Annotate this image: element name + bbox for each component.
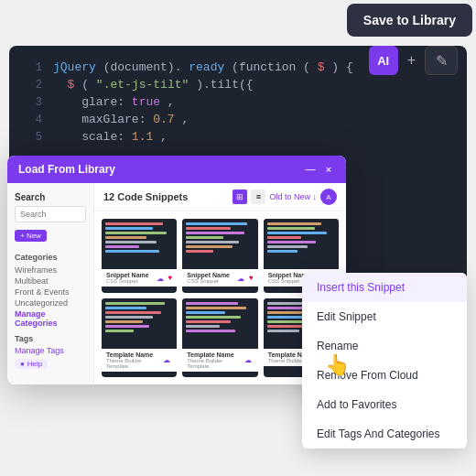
ai-button[interactable]: AI bbox=[369, 46, 398, 75]
new-snippet-button[interactable]: + New bbox=[15, 230, 47, 242]
snippet-name-4: Template Name bbox=[106, 352, 163, 358]
snippet-preview-2 bbox=[182, 219, 257, 269]
help-label: Help bbox=[27, 360, 42, 368]
ai-label: AI bbox=[377, 54, 389, 68]
tags-label: Tags bbox=[15, 334, 86, 343]
snippet-type-2: CSS Snippet bbox=[187, 278, 230, 284]
modal-close-icon[interactable]: × bbox=[322, 163, 335, 176]
heart-icon-1: ♥ bbox=[168, 274, 173, 282]
modal-minimize-icon[interactable]: — bbox=[304, 163, 317, 176]
snippet-type-1: CSS Snippet bbox=[106, 278, 149, 284]
context-menu-item-remove-cloud[interactable]: Remove From Cloud bbox=[302, 361, 467, 390]
snippet-card-4[interactable]: Template Name Theme Builder Template ☁ bbox=[102, 298, 177, 378]
context-menu: Insert this Snippet Edit Snippet Rename … bbox=[302, 273, 467, 449]
cloud-icon-2: ☁ bbox=[237, 275, 246, 282]
load-library-modal: Load From Library — × Search + New Categ… bbox=[7, 156, 346, 384]
cloud-icon-5: ☁ bbox=[244, 356, 254, 363]
context-menu-item-insert[interactable]: Insert this Snippet bbox=[302, 273, 467, 302]
snippet-card-1[interactable]: Snippet Name CSS Snippet ☁ ♥ bbox=[102, 219, 177, 293]
snippet-type-4: Theme Builder Template bbox=[106, 358, 163, 369]
snippet-preview-3 bbox=[264, 219, 339, 269]
context-menu-item-edit-tags[interactable]: Edit Tags And Categories bbox=[302, 419, 467, 449]
snippet-card-5[interactable]: Template Name Theme Builder Template ☁ bbox=[182, 298, 257, 378]
snippet-footer-2: Snippet Name CSS Snippet ☁ ♥ bbox=[182, 269, 257, 287]
snippet-preview-5 bbox=[182, 298, 257, 349]
snippet-name-5: Template Name bbox=[187, 352, 243, 358]
modal-header-controls: — × bbox=[304, 163, 335, 176]
cursor-button[interactable]: ✎ bbox=[425, 46, 458, 75]
cloud-icon-4: ☁ bbox=[163, 356, 172, 363]
plus-separator: + bbox=[407, 52, 416, 69]
snippet-name-2: Snippet Name bbox=[187, 272, 230, 278]
heart-icon-2: ♥ bbox=[249, 274, 254, 282]
snippets-count: 12 Code Snippets bbox=[103, 191, 188, 202]
snippet-card-2[interactable]: Snippet Name CSS Snippet ☁ ♥ bbox=[182, 219, 257, 293]
code-line-2: 2 $ ( ".et-js-tilt" ).tilt({ bbox=[24, 78, 452, 92]
snippet-preview-4 bbox=[102, 298, 177, 349]
context-menu-item-add-favorites[interactable]: Add to Favorites bbox=[302, 390, 467, 419]
code-line-5: 5 scale: 1.1 , bbox=[24, 130, 452, 144]
avatar: A bbox=[320, 189, 337, 205]
modal-sidebar: Search + New Categories Wireframes Multi… bbox=[7, 183, 94, 384]
sidebar-item-uncategorized[interactable]: Uncategorized bbox=[15, 298, 86, 308]
order-button[interactable]: Old to New ↓ bbox=[269, 192, 317, 201]
categories-section-label: Categories bbox=[15, 253, 86, 262]
context-menu-item-rename[interactable]: Rename bbox=[302, 331, 467, 361]
modal-body: Search + New Categories Wireframes Multi… bbox=[7, 183, 346, 384]
search-input[interactable] bbox=[15, 206, 86, 222]
snippet-name-1: Snippet Name bbox=[106, 272, 149, 278]
search-label: Search bbox=[15, 192, 86, 202]
main-header-controls: ⊞ ≡ Old to New ↓ A bbox=[233, 189, 337, 205]
cloud-icon-1: ☁ bbox=[157, 275, 166, 282]
snippet-footer-4: Template Name Theme Builder Template ☁ bbox=[102, 349, 177, 372]
snippet-footer-5: Template Name Theme Builder Template ☁ bbox=[182, 349, 257, 372]
sidebar-item-front-events[interactable]: Front & Events bbox=[15, 287, 86, 298]
code-line-3: 3 glare: true , bbox=[24, 95, 452, 109]
manage-tags-link[interactable]: Manage Tags bbox=[15, 346, 86, 355]
snippet-footer-1: Snippet Name CSS Snippet ☁ ♥ bbox=[102, 269, 177, 287]
modal-main-header: 12 Code Snippets ⊞ ≡ Old to New ↓ A bbox=[94, 183, 346, 211]
cursor-icon: ✎ bbox=[436, 52, 448, 70]
tags-section: Tags Manage Tags ● Help bbox=[15, 334, 86, 369]
help-circle-icon: ● bbox=[20, 360, 25, 368]
modal-header: Load From Library — × bbox=[7, 156, 346, 183]
sidebar-item-manage-categories[interactable]: Manage Categories bbox=[15, 308, 86, 329]
context-menu-item-edit[interactable]: Edit Snippet bbox=[302, 302, 467, 331]
sidebar-item-multibeat[interactable]: Multibeat bbox=[15, 276, 86, 287]
help-badge[interactable]: ● Help bbox=[15, 359, 48, 369]
save-library-button[interactable]: Save to Library bbox=[347, 4, 472, 37]
modal-title: Load From Library bbox=[18, 163, 115, 176]
sidebar-item-wireframes[interactable]: Wireframes bbox=[15, 265, 86, 276]
snippet-preview-1 bbox=[102, 219, 177, 269]
top-toolbar: AI + ✎ bbox=[369, 46, 458, 75]
grid-view-icon[interactable]: ⊞ bbox=[233, 189, 247, 204]
list-view-icon[interactable]: ≡ bbox=[251, 189, 265, 204]
code-line-4: 4 maxGlare: 0.7 , bbox=[24, 113, 452, 126]
snippet-type-5: Theme Builder Template bbox=[187, 358, 243, 369]
